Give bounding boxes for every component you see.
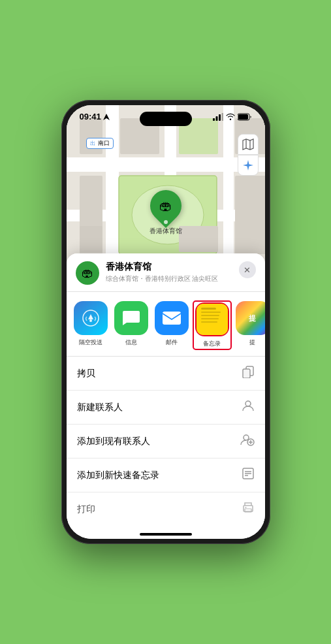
- share-notes[interactable]: 备忘录: [193, 301, 231, 349]
- map-type-button[interactable]: [238, 134, 259, 155]
- mail-label: 邮件: [166, 338, 178, 347]
- svg-rect-29: [163, 312, 181, 325]
- svg-rect-21: [80, 226, 102, 252]
- print-icon: [242, 501, 255, 517]
- messages-icon-bg: [114, 301, 148, 335]
- svg-point-32: [245, 401, 251, 406]
- messages-svg: [121, 308, 141, 328]
- add-to-notes-label: 添加到新快速备忘录: [77, 470, 159, 481]
- more-label-inner: 提: [249, 314, 256, 323]
- more-icon-bg: 提: [236, 301, 265, 335]
- svg-rect-1: [215, 116, 217, 121]
- copy-icon: [242, 365, 255, 381]
- svg-rect-0: [213, 118, 215, 121]
- svg-rect-20: [235, 176, 265, 254]
- map-label-text: 南口: [98, 140, 110, 146]
- notes-action-svg: [242, 467, 255, 480]
- close-button[interactable]: ✕: [239, 261, 256, 278]
- svg-point-28: [89, 319, 92, 322]
- copy-label: 拷贝: [77, 368, 95, 379]
- dynamic-island: [140, 112, 192, 126]
- print-svg: [242, 501, 255, 514]
- svg-point-43: [245, 507, 246, 508]
- location-card: 🏟 香港体育馆 综合体育馆・香港特别行政区 油尖旺区 ✕: [67, 253, 265, 292]
- location-subtitle: 综合体育馆・香港特别行政区 油尖旺区: [106, 274, 232, 283]
- compass-icon: [243, 160, 253, 170]
- bottom-sheet: 🏟 香港体育馆 综合体育馆・香港特别行政区 油尖旺区 ✕: [67, 253, 265, 539]
- mail-svg: [162, 311, 181, 325]
- map-controls: [238, 134, 259, 176]
- airdrop-label: 隔空投送: [79, 338, 102, 347]
- location-name: 香港体育馆: [106, 261, 232, 273]
- print-label: 打印: [77, 504, 95, 515]
- copy-action[interactable]: 拷贝: [67, 357, 265, 391]
- airdrop-icon: [74, 301, 108, 335]
- svg-rect-31: [243, 369, 250, 378]
- home-indicator: [67, 526, 265, 539]
- location-icon: 🏟: [76, 261, 99, 285]
- battery-icon: [238, 113, 252, 121]
- wifi-icon: [226, 113, 235, 120]
- action-list: 拷贝 新建联系人: [67, 357, 265, 526]
- add-to-contact-action[interactable]: 添加到现有联系人: [67, 425, 265, 459]
- add-contact-svg: [240, 433, 255, 446]
- messages-label: 信息: [125, 338, 137, 347]
- notes-label: 备忘录: [203, 340, 221, 348]
- add-to-notes-icon: [242, 467, 255, 483]
- status-icons: [213, 113, 252, 121]
- signal-icon: [213, 113, 223, 121]
- share-mail[interactable]: 邮件: [153, 301, 191, 349]
- stadium-marker: 🏟 香港体育馆: [150, 190, 182, 236]
- home-bar: [140, 533, 192, 536]
- svg-rect-5: [238, 114, 248, 120]
- svg-rect-22: [179, 226, 218, 252]
- copy-svg: [242, 365, 255, 378]
- more-label: 提: [249, 338, 255, 347]
- share-more[interactable]: 提 提: [234, 301, 265, 349]
- share-row: 隔空投送 信息: [67, 292, 265, 357]
- phone-screen: 09:41: [67, 105, 265, 539]
- marker-dot: [164, 220, 168, 224]
- notes-icon-bg: [195, 302, 229, 336]
- svg-rect-3: [221, 113, 223, 121]
- new-contact-action[interactable]: 新建联系人: [67, 391, 265, 425]
- share-messages[interactable]: 信息: [112, 301, 150, 349]
- location-info: 香港体育馆 综合体育馆・香港特别行政区 油尖旺区: [106, 261, 232, 283]
- add-to-notes-action[interactable]: 添加到新快速备忘录: [67, 459, 265, 492]
- location-arrow-icon: [103, 114, 110, 120]
- phone-frame: 09:41: [61, 100, 270, 544]
- marker-icon: 🏟: [159, 199, 172, 214]
- new-contact-icon: [242, 399, 255, 415]
- new-contact-label: 新建联系人: [77, 402, 123, 413]
- share-airdrop[interactable]: 隔空投送: [72, 301, 110, 349]
- mail-icon-bg: [155, 301, 189, 335]
- svg-rect-2: [219, 114, 221, 121]
- location-button[interactable]: [238, 155, 259, 176]
- print-action[interactable]: 打印: [67, 492, 265, 526]
- svg-point-33: [244, 435, 249, 440]
- add-to-contact-icon: [240, 433, 255, 449]
- map-type-icon: [242, 138, 254, 150]
- map-south-exit-label: 出 南口: [86, 138, 114, 149]
- status-time: 09:41: [80, 112, 101, 121]
- airdrop-svg: [82, 309, 100, 327]
- new-contact-svg: [242, 399, 255, 412]
- add-to-contact-label: 添加到现有联系人: [77, 436, 150, 447]
